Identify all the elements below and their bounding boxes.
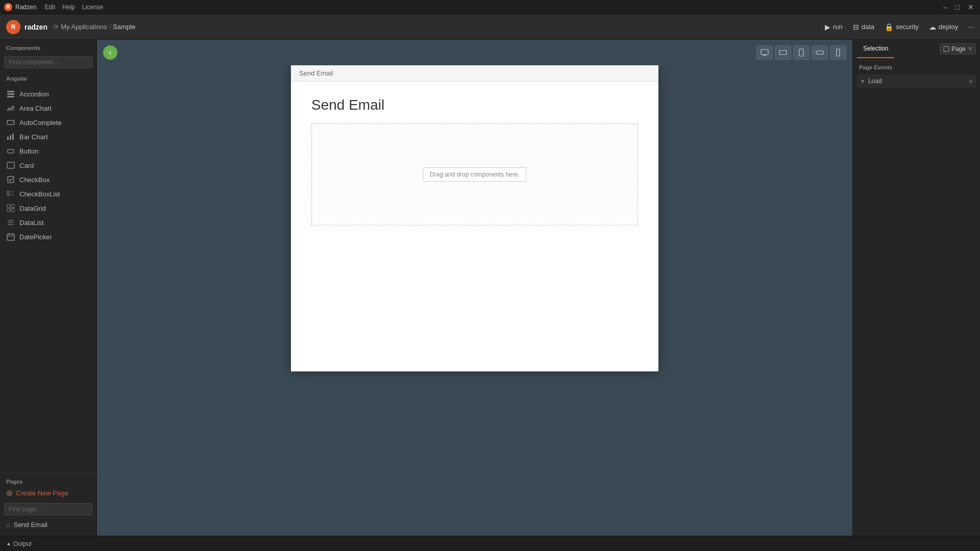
drop-zone[interactable]: Drag and drop components here. [311, 123, 638, 226]
breadcrumb-apps[interactable]: My Applications [61, 23, 107, 31]
right-panel-header: Selection Page ✕ [853, 40, 980, 58]
app-name: Radzen [15, 4, 36, 11]
menu-help[interactable]: Help [62, 4, 75, 11]
left-sidebar: Components Angular Accordion Area Chart [0, 40, 97, 536]
page-events-section: Page Events ▼ Load + [853, 58, 980, 92]
more-button[interactable]: ··· [968, 23, 974, 31]
output-bar: ▲ Output [0, 536, 980, 551]
output-arrow-icon: ▲ [6, 541, 11, 546]
run-button[interactable]: ▶ run [825, 23, 843, 31]
close-page-selector-icon[interactable]: ✕ [968, 45, 972, 52]
canvas-area: ‹ [97, 40, 852, 536]
svg-rect-18 [7, 209, 10, 212]
components-title: Components [0, 40, 96, 54]
data-icon: ⊟ [853, 23, 859, 31]
svg-rect-27 [761, 49, 768, 55]
device-phone-landscape-button[interactable] [812, 45, 828, 60]
canvas-wrapper: Send Email Send Email Drag and drop comp… [97, 65, 852, 536]
device-desktop-button[interactable] [756, 45, 773, 60]
app-title: radzen [24, 23, 47, 31]
accordion-icon [6, 89, 15, 98]
event-load-item[interactable]: ▼ Load + [857, 74, 976, 88]
back-button[interactable]: ‹ [103, 45, 117, 60]
svg-rect-10 [7, 162, 14, 168]
close-button[interactable]: ✕ [966, 3, 976, 11]
component-checkboxlist[interactable]: CheckBoxList [0, 187, 96, 201]
svg-rect-6 [7, 137, 9, 140]
datalist-icon [6, 218, 15, 227]
svg-rect-19 [11, 209, 14, 212]
datepicker-icon [6, 232, 15, 241]
page-delete-icon[interactable]: 🗑 [84, 521, 90, 528]
deploy-button[interactable]: ☁ deploy [929, 23, 958, 31]
component-card[interactable]: Card [0, 158, 96, 172]
deploy-icon: ☁ [929, 23, 936, 31]
data-button[interactable]: ⊟ data [853, 23, 874, 31]
area-chart-icon [6, 104, 15, 113]
checkbox-icon [6, 175, 15, 184]
page-edit-icon[interactable]: ✎ [77, 521, 82, 528]
create-page-icon: ⊕ [6, 488, 13, 498]
event-collapse-icon: ▼ [860, 79, 865, 84]
device-buttons [756, 45, 846, 60]
logo-icon: R [6, 20, 20, 34]
canvas-content: Send Email Drag and drop components here… [291, 82, 658, 241]
toolbar-right: ▶ run ⊟ data 🔒 security ☁ deploy ··· [825, 23, 974, 31]
component-bar-chart[interactable]: Bar Chart [0, 130, 96, 144]
svg-rect-30 [779, 51, 787, 55]
right-panel: Selection Page ✕ Page Events ▼ Load + [852, 40, 980, 536]
component-accordion[interactable]: Accordion [0, 87, 96, 101]
menu-license[interactable]: License [82, 4, 103, 11]
device-tablet-portrait-button[interactable] [793, 45, 810, 60]
svg-rect-11 [8, 177, 14, 183]
page-selector[interactable]: Page ✕ [940, 43, 976, 55]
page-item-send-email[interactable]: ⌂ Send Email ✎ 🗑 [0, 517, 96, 532]
component-datalist[interactable]: DataList [0, 215, 96, 230]
canvas-page-title: Send Email [311, 97, 638, 113]
breadcrumb-sample[interactable]: Sample [113, 23, 135, 31]
selection-tab[interactable]: Selection [857, 40, 894, 58]
breadcrumb: ⟳ My Applications / Sample [54, 23, 135, 31]
titlebar: R Radzen Edit Help License – □ ✕ [0, 0, 980, 14]
minimize-button[interactable]: – [941, 3, 949, 11]
pages-section: Pages ⊕ Create New Page ⌂ Send Email ✎ 🗑 [0, 473, 96, 536]
event-load-label: ▼ Load [860, 78, 882, 85]
component-autocomplete[interactable]: AutoComplete [0, 115, 96, 130]
app-icon: R [4, 3, 12, 11]
angular-label: Angular [0, 70, 96, 85]
event-add-button[interactable]: + [969, 77, 973, 85]
drop-zone-label: Drag and drop components here. [423, 167, 526, 182]
svg-rect-1 [7, 93, 14, 95]
menu-edit[interactable]: Edit [44, 4, 55, 11]
svg-rect-9 [8, 149, 14, 153]
component-area-chart[interactable]: Area Chart [0, 101, 96, 115]
run-icon: ▶ [825, 23, 830, 31]
autocomplete-icon [6, 118, 15, 127]
logo-area: R radzen [6, 20, 47, 34]
menu-bar: Edit Help License [44, 4, 103, 11]
output-toggle-button[interactable]: ▲ Output [6, 540, 32, 547]
component-button[interactable]: Button [0, 144, 96, 158]
device-tablet-landscape-button[interactable] [775, 45, 791, 60]
svg-rect-13 [7, 194, 9, 196]
component-datagrid[interactable]: DataGrid [0, 201, 96, 215]
svg-rect-23 [7, 234, 14, 240]
svg-rect-17 [11, 205, 14, 208]
page-search-input[interactable] [4, 503, 92, 515]
svg-rect-12 [7, 191, 9, 193]
svg-rect-31 [799, 49, 803, 56]
component-checkbox[interactable]: CheckBox [0, 172, 96, 187]
svg-rect-16 [7, 205, 10, 208]
security-button[interactable]: 🔒 security [885, 23, 919, 31]
main-layout: Components Angular Accordion Area Chart [0, 40, 980, 536]
maximize-button[interactable]: □ [953, 3, 962, 11]
datagrid-icon [6, 204, 15, 213]
component-datepicker[interactable]: DatePicker [0, 230, 96, 244]
components-list: Accordion Area Chart AutoComplete Bar Ch… [0, 85, 96, 473]
checkboxlist-icon [6, 189, 15, 198]
device-phone-portrait-button[interactable] [830, 45, 846, 60]
component-search-input[interactable] [4, 56, 92, 68]
window-controls: – □ ✕ [941, 3, 976, 11]
pages-title: Pages [0, 473, 29, 488]
canvas-frame: Send Email Send Email Drag and drop comp… [291, 65, 658, 371]
